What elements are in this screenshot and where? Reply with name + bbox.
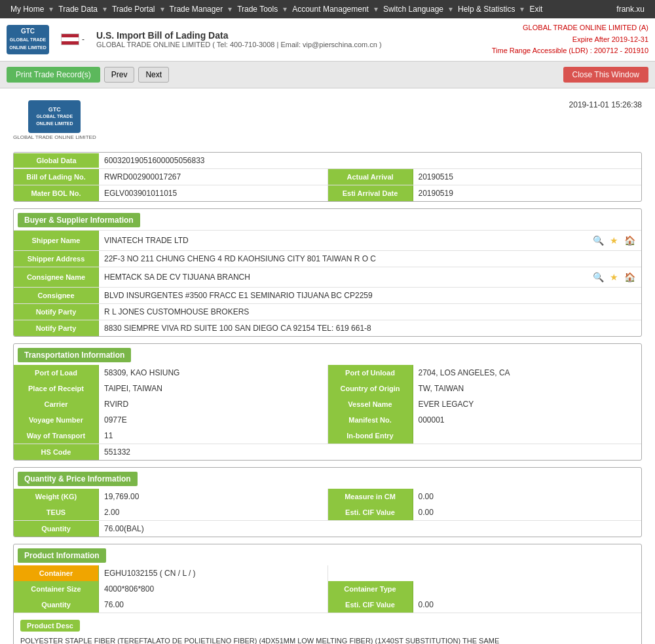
port-unload-value: 2704, LOS ANGELES, CA (413, 365, 642, 381)
transport-bond-row: Way of Transport 11 In-bond Entry (14, 428, 641, 444)
logo-text: GTCGLOBAL TRADEONLINE LIMITED (9, 28, 46, 51)
home-icon[interactable]: 🏠 (623, 271, 636, 284)
container-type-col: Container Type (328, 581, 642, 597)
star-icon[interactable]: ★ (607, 234, 620, 247)
container-empty (328, 565, 642, 581)
weight-value: 19,769.00 (99, 489, 328, 504)
voyage-value: 0977E (99, 412, 328, 428)
shipper-address-value: 22F-3 NO 211 CHUNG CHENG 4 RD KAOHSIUNG … (99, 251, 641, 267)
carrier-value: RVIRD (99, 396, 328, 412)
port-load-value: 58309, KAO HSIUNG (99, 365, 328, 381)
global-data-row: Global Data 60032019051600005056833 (14, 153, 641, 168)
header-right: GLOBAL TRADE ONLINE LIMITED (A) Expire A… (492, 22, 648, 57)
nav-account-management[interactable]: Account Management (287, 0, 374, 18)
shipper-address-row: Shipper Address 22F-3 NO 211 CHUNG CHENG… (14, 250, 641, 267)
nav-my-home[interactable]: My Home (5, 0, 49, 18)
nav-trade-portal[interactable]: Trade Portal (107, 0, 160, 18)
next-button-top[interactable]: Next (138, 67, 169, 83)
origin-value: TW, TAIWAN (413, 381, 642, 396)
mater-bol-label: Mater BOL No. (14, 185, 99, 201)
prev-button-top[interactable]: Prev (104, 67, 135, 83)
carrier-col: Carrier RVIRD (14, 396, 328, 412)
mater-bol-row: Mater BOL No. EGLV003901011015 Esti Arri… (14, 185, 641, 201)
consignee-name-row: Consignee Name HEMTACK SA DE CV TIJUANA … (14, 267, 641, 287)
top-navigation: My Home ▾ Trade Data ▾ Trade Portal ▾ Tr… (0, 0, 655, 18)
shipper-address-label: Shipper Address (14, 251, 99, 267)
product-cif-label: Esti. CIF Value (328, 597, 413, 613)
nav-help-statistics[interactable]: Help & Statistics (453, 0, 520, 18)
quantity-label: Quantity (14, 521, 99, 537)
document-timestamp: 2019-11-01 15:26:38 (569, 100, 642, 109)
receipt-value: TAIPEI, TAIWAN (99, 381, 328, 396)
document-logo-box: GTCGLOBAL TRADEONLINE LIMITED (28, 100, 81, 133)
document-logo: GTCGLOBAL TRADEONLINE LIMITED GLOBAL TRA… (13, 100, 96, 140)
top-action-bar: Print Trade Record(s) Prev Next Close Th… (0, 62, 655, 88)
main-content: GTCGLOBAL TRADEONLINE LIMITED GLOBAL TRA… (0, 88, 655, 644)
nav-exit[interactable]: Exit (524, 0, 548, 18)
document-header: GTCGLOBAL TRADEONLINE LIMITED GLOBAL TRA… (13, 95, 642, 145)
measure-col: Measure in CM 0.00 (328, 489, 642, 504)
container-size-label: Container Size (14, 581, 99, 597)
nav-trade-data[interactable]: Trade Data (53, 0, 103, 18)
close-button-top[interactable]: Close This Window (563, 67, 648, 83)
notify-party-row-2: Notify Party 8830 SIEMPRE VIVA RD SUITE … (14, 320, 641, 336)
shipper-name-row: Shipper Name VINATECH TRADE LTD 🔍 ★ 🏠 (14, 230, 641, 250)
teus-cif-row: TEUS 2.00 Esti. CIF Value 0.00 (14, 504, 641, 520)
receipt-label: Place of Receipt (14, 381, 99, 396)
product-info-section: Product Information Container EGHU103215… (13, 544, 642, 644)
notify-party-label-2: Notify Party (14, 320, 99, 336)
global-data-value: 60032019051600005056833 (99, 153, 641, 168)
nav-switch-language[interactable]: Switch Language (378, 0, 449, 18)
bol-value: RWRD002900017267 (99, 169, 328, 185)
quantity-value: 76.00(BAL) (99, 521, 641, 537)
vessel-label: Vessel Name (328, 396, 413, 412)
esti-cif-label: Esti. CIF Value (328, 504, 413, 520)
product-cif-col: Esti. CIF Value 0.00 (328, 597, 642, 613)
search-icon[interactable]: 🔍 (591, 234, 605, 247)
buyer-supplier-section: Buyer & Supplier Information Shipper Nam… (13, 208, 642, 337)
vessel-value: EVER LEGACY (413, 396, 642, 412)
home-icon[interactable]: 🏠 (623, 234, 636, 247)
consignee-row: Consignee BLVD INSURGENTES #3500 FRACC E… (14, 287, 641, 303)
product-qty-label: Quantity (14, 597, 99, 613)
nav-trade-tools[interactable]: Trade Tools (232, 0, 283, 18)
weight-measure-row: Weight (KG) 19,769.00 Measure in CM 0.00 (14, 489, 641, 504)
port-load-label: Port of Load (14, 365, 99, 381)
port-row: Port of Load 58309, KAO HSIUNG Port of U… (14, 365, 641, 381)
product-qty-value: 76.00 (99, 597, 328, 613)
consignee-label: Consignee (14, 288, 99, 303)
container-row: Container EGHU1032155 ( CN / L / ) (14, 565, 641, 581)
transport-label: Way of Transport (14, 428, 99, 444)
mater-bol-col: Mater BOL No. EGLV003901011015 (14, 185, 328, 201)
manifest-value: 000001 (413, 412, 642, 428)
container-empty-col (328, 565, 642, 581)
bol-row: Bill of Lading No. RWRD002900017267 Actu… (14, 169, 641, 185)
global-data-label: Global Data (14, 153, 99, 168)
notify-party-value-1: R L JONES CUSTOMHOUSE BROKERS (99, 304, 641, 320)
shipper-name-label: Shipper Name (14, 231, 99, 250)
logo-area: GTCGLOBAL TRADEONLINE LIMITED - U.S. Imp… (7, 25, 382, 54)
consignee-name-label: Consignee Name (14, 267, 99, 287)
print-button-top[interactable]: Print Trade Record(s) (7, 67, 100, 83)
nav-trade-manager[interactable]: Trade Manager (164, 0, 229, 18)
search-icon[interactable]: 🔍 (591, 271, 605, 284)
transport-col: Way of Transport 11 (14, 428, 328, 444)
teus-value: 2.00 (99, 504, 328, 520)
container-type-label: Container Type (328, 581, 413, 597)
notify-party-row-1: Notify Party R L JONES CUSTOMHOUSE BROKE… (14, 303, 641, 320)
shipper-name-value: VINATECH TRADE LTD 🔍 ★ 🏠 (99, 231, 641, 250)
flag-separator: - (82, 35, 84, 44)
container-label: Container (14, 565, 99, 581)
actual-arrival-col: Actual Arrival 20190515 (328, 169, 642, 185)
quantity-price-section: Quantity & Price Information Weight (KG)… (13, 467, 642, 537)
port-unload-label: Port of Unload (328, 365, 413, 381)
weight-col: Weight (KG) 19,769.00 (14, 489, 328, 504)
product-qty-col: Quantity 76.00 (14, 597, 328, 613)
star-icon[interactable]: ★ (607, 271, 620, 284)
nav-user: frank.xu (611, 0, 650, 18)
port-unload-col: Port of Unload 2704, LOS ANGELES, CA (328, 365, 642, 381)
product-info-header: Product Information (18, 548, 106, 563)
consignee-name-actions: 🔍 ★ 🏠 (591, 271, 636, 284)
esti-arrival-label: Esti Arrival Date (328, 185, 413, 201)
hs-code-row: HS Code 551332 (14, 444, 641, 460)
